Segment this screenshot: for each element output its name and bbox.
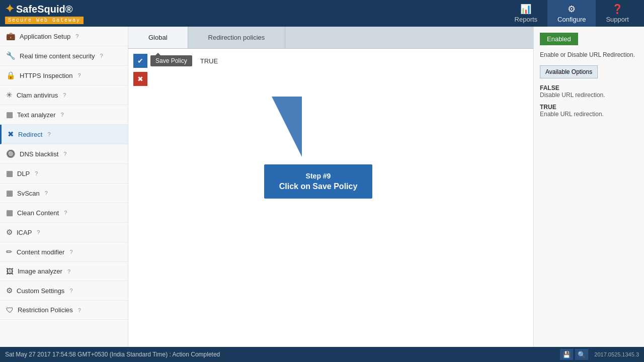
option-false: FALSE Disable URL redirection. <box>540 84 638 99</box>
available-options-button[interactable]: Available Options <box>540 65 598 78</box>
sidebar-item-clean-content[interactable]: ▦ Clean Content ? <box>0 203 128 223</box>
sidebar-label-dns: DNS blacklist <box>20 150 58 158</box>
sidebar-item-text-analyzer[interactable]: ▦ Text analyzer ? <box>0 105 128 125</box>
sidebar-label-redirect: Redirect <box>18 131 42 138</box>
rtcs-icon: 🔧 <box>6 51 16 60</box>
tab-redirection-policies[interactable]: Redirection policies <box>188 27 286 48</box>
sidebar-item-clam-antivirus[interactable]: ✳ Clam antivirus ? <box>0 85 128 105</box>
text-analyzer-icon: ▦ <box>6 110 13 119</box>
sidebar-item-image-analyzer[interactable]: 🖼 Image analyzer ? <box>0 262 128 281</box>
sidebar-item-icap[interactable]: ⚙ ICAP ? <box>0 223 128 242</box>
configure-label: Configure <box>557 16 586 23</box>
sidebar-item-https-inspection[interactable]: 🔒 HTTPS Inspection ? <box>0 66 128 85</box>
save-checkmark-icon: ✔ <box>137 57 143 65</box>
reports-icon: 📊 <box>520 4 531 15</box>
step-action: Click on Save Policy <box>274 182 362 191</box>
disk-icon: 💾 <box>562 351 571 358</box>
custom-settings-help: ? <box>69 288 72 294</box>
clam-help: ? <box>63 92 66 98</box>
sidebar-label-content-modifier: Content modifier <box>17 248 64 256</box>
version-text: 2017.0525.1345.3 <box>594 351 639 357</box>
sidebar-item-dns-blacklist[interactable]: 🔘 DNS blacklist ? <box>0 144 128 164</box>
save-policy-button[interactable]: ✔ <box>133 54 147 68</box>
sidebar-item-redirect[interactable]: ✖ Redirect ? <box>0 125 128 144</box>
sidebar-item-dlp[interactable]: ▦ DLP ? <box>0 164 128 184</box>
option-true: TRUE Enable URL redirection. <box>540 104 638 118</box>
restriction-policies-help: ? <box>78 307 81 313</box>
delete-policy-button[interactable]: ✖ <box>133 72 147 86</box>
logo-area: ✦ SafeSquid® Secure Web Gateway <box>5 3 84 24</box>
sidebar-label-application-setup: Application Setup <box>20 33 70 40</box>
svscan-help: ? <box>45 190 48 196</box>
support-label: Support <box>606 16 629 23</box>
save-policy-tooltip: Save Policy <box>150 55 192 66</box>
status-message: Sat May 27 2017 17:54:58 GMT+0530 (India… <box>5 351 220 358</box>
sidebar-label-rtcs: Real time content security <box>20 52 95 60</box>
option-true-name: TRUE <box>540 104 638 111</box>
sidebar-item-custom-settings[interactable]: ⚙ Custom Settings ? <box>0 281 128 301</box>
enabled-button[interactable]: Enabled <box>540 33 578 45</box>
application-setup-icon: 💼 <box>6 32 16 41</box>
sidebar-label-restriction-policies: Restriction Policies <box>18 306 73 314</box>
redirect-help: ? <box>47 131 50 137</box>
option-true-desc: Enable URL redirection. <box>540 111 638 118</box>
dlp-help: ? <box>35 170 38 176</box>
support-icon: ❓ <box>612 4 623 15</box>
step-title: Step #9 <box>274 172 362 180</box>
sidebar-label-https: HTTPS Inspection <box>20 72 73 79</box>
clam-icon: ✳ <box>6 90 13 100</box>
option-false-desc: Disable URL redirection. <box>540 92 638 99</box>
header-nav: 📊 Reports ⚙ Configure ❓ Support <box>505 0 639 27</box>
image-analyzer-help: ? <box>67 268 70 275</box>
logo-name: ✦ SafeSquid® <box>5 3 84 16</box>
application-setup-help: ? <box>75 33 78 39</box>
sidebar-label-text-analyzer: Text analyzer <box>17 111 56 119</box>
disk-icon-button[interactable]: 💾 <box>560 349 573 360</box>
tab-redirection-policies-label: Redirection policies <box>208 34 265 41</box>
nav-configure[interactable]: ⚙ Configure <box>547 0 596 27</box>
logo-text: SafeSquid® <box>16 4 73 15</box>
tabs-bar: Global Redirection policies <box>128 27 533 49</box>
nav-reports[interactable]: 📊 Reports <box>505 0 548 27</box>
true-value: TRUE <box>200 57 218 65</box>
header: ✦ SafeSquid® Secure Web Gateway 📊 Report… <box>0 0 644 27</box>
policy-row: ✔ Save Policy TRUE <box>133 54 528 68</box>
option-false-name: FALSE <box>540 84 638 92</box>
sidebar-label-icap: ICAP <box>17 229 32 236</box>
sidebar-item-content-modifier[interactable]: ✏ Content modifier ? <box>0 242 128 262</box>
sidebar-item-real-time-content-security[interactable]: 🔧 Real time content security ? <box>0 46 128 66</box>
sidebar-item-application-setup[interactable]: 💼 Application Setup ? <box>0 27 128 46</box>
clean-content-icon: ▦ <box>6 208 13 217</box>
sidebar-item-svscan[interactable]: ▦ SvScan ? <box>0 184 128 203</box>
sidebar-label-image-analyzer: Image analyzer <box>18 267 62 275</box>
tab-global[interactable]: Global <box>128 27 188 48</box>
rtcs-help: ? <box>100 53 103 59</box>
dns-help: ? <box>63 151 66 157</box>
text-analyzer-help: ? <box>61 112 64 118</box>
svscan-icon: ▦ <box>6 189 13 198</box>
sidebar-item-restriction-policies[interactable]: 🛡 Restriction Policies ? <box>0 301 128 320</box>
https-help: ? <box>78 72 81 78</box>
reports-label: Reports <box>515 16 538 23</box>
nav-support[interactable]: ❓ Support <box>596 0 639 27</box>
sidebar-label-clam: Clam antivirus <box>17 92 58 99</box>
sidebar-label-clean-content: Clean Content <box>17 209 59 217</box>
content-modifier-icon: ✏ <box>6 247 13 256</box>
pointer-triangle <box>272 97 302 157</box>
logo-tagline: Secure Web Gateway <box>5 17 84 24</box>
status-icons: 💾 🔍 2017.0525.1345.3 <box>560 349 639 360</box>
content-area: Global Redirection policies ✔ Save Polic… <box>128 27 533 347</box>
dns-icon: 🔘 <box>6 149 16 158</box>
logo: ✦ SafeSquid® Secure Web Gateway <box>5 3 84 24</box>
main-layout: 💼 Application Setup ? 🔧 Real time conten… <box>0 27 644 347</box>
logo-icon: ✦ <box>5 3 14 16</box>
redirect-icon: ✖ <box>8 130 14 139</box>
search-icon-button[interactable]: 🔍 <box>575 349 588 360</box>
custom-settings-icon: ⚙ <box>6 286 13 295</box>
icap-icon: ⚙ <box>6 228 13 237</box>
delete-x-icon: ✖ <box>137 75 143 83</box>
content-modifier-help: ? <box>69 249 72 255</box>
tab-global-label: Global <box>148 34 168 41</box>
enabled-label: Enabled <box>547 35 571 43</box>
sidebar-label-custom-settings: Custom Settings <box>17 287 64 295</box>
